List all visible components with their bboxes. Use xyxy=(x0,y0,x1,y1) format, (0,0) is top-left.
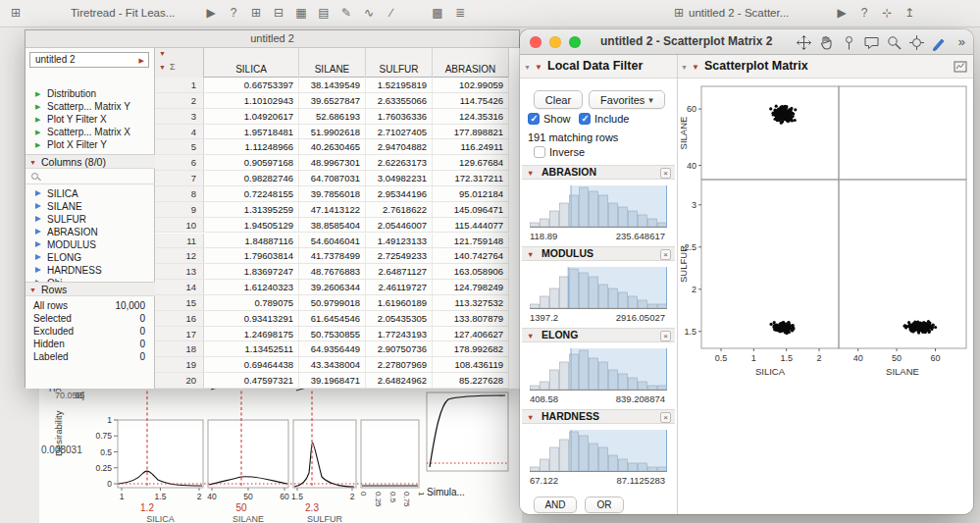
table-cell[interactable]: 1.94505129 xyxy=(204,218,299,233)
sidebar-script-item[interactable]: ▶Distribution xyxy=(26,87,155,100)
selection-region[interactable] xyxy=(571,185,667,227)
scatterplot-matrix-header[interactable]: ▼ ▼ Scatterplot Matrix xyxy=(677,55,973,78)
table-row[interactable]: 111.8488711654.60460411.49123133121.7591… xyxy=(155,234,509,249)
table-cell[interactable]: 1.84887116 xyxy=(204,234,299,248)
table-cell[interactable]: 1.61240323 xyxy=(204,280,299,294)
table-cell[interactable]: 1.04920617 xyxy=(204,109,299,124)
filter-card-header[interactable]: ▼ABRASION× xyxy=(522,165,675,180)
annotate-tool-icon[interactable] xyxy=(863,34,880,51)
table-row[interactable]: 31.0492061752.6861931.76036336124.35316 xyxy=(155,109,509,125)
table-cell[interactable]: 43.3438004 xyxy=(299,357,366,372)
row-number[interactable]: 20 xyxy=(155,373,204,388)
column-header[interactable]: ABRASION xyxy=(433,48,509,78)
table-cell[interactable]: 0.789075 xyxy=(204,295,299,310)
table-cell[interactable]: 2.64871127 xyxy=(366,264,433,279)
row-number[interactable]: 4 xyxy=(155,125,204,139)
table-cell[interactable]: 40.2630465 xyxy=(299,139,366,154)
histogram-bar[interactable] xyxy=(531,304,540,308)
histogram-bar[interactable] xyxy=(560,362,569,390)
columns-panel-header[interactable]: ▼ Columns (8/0) xyxy=(26,154,155,169)
table-cell[interactable]: 50.7530855 xyxy=(299,327,366,341)
brush-tool-icon[interactable] xyxy=(931,34,948,51)
table-cell[interactable]: 47.1413122 xyxy=(299,202,366,217)
row-number[interactable]: 10 xyxy=(155,218,204,233)
table-cell[interactable]: 102.99059 xyxy=(433,78,509,92)
selection-region[interactable] xyxy=(568,267,667,308)
collapse-icon[interactable]: ▼ xyxy=(681,64,688,71)
sidebar-column-item[interactable]: ELONG xyxy=(26,251,155,264)
sidebar-column-item[interactable]: SULFUR xyxy=(26,213,155,226)
table-cell[interactable]: 0.72248155 xyxy=(204,186,299,201)
table-cell[interactable]: 51.9902618 xyxy=(299,125,366,139)
histogram-bar[interactable] xyxy=(541,296,549,308)
help-icon[interactable]: ? xyxy=(854,0,874,26)
favorites-button[interactable]: Favorites xyxy=(589,90,665,109)
red-triangle-icon[interactable]: ▼ xyxy=(29,287,36,293)
filter-histogram[interactable] xyxy=(530,428,667,473)
table-cell[interactable]: 1.79603814 xyxy=(204,248,299,263)
table-cell[interactable]: 64.7087031 xyxy=(299,171,366,185)
sidebar-column-item[interactable]: SILANE xyxy=(26,200,155,213)
row-number[interactable]: 13 xyxy=(155,264,204,279)
table-cell[interactable]: 0.47597321 xyxy=(204,373,299,388)
table-cell[interactable]: 127.406627 xyxy=(433,327,509,341)
table-cell[interactable]: 1.95718481 xyxy=(204,125,299,139)
table-cell[interactable]: 39.2606344 xyxy=(299,280,366,294)
show-checkbox[interactable]: Show xyxy=(528,113,571,125)
row-number[interactable]: 16 xyxy=(155,311,204,326)
table-row[interactable]: 41.9571848151.99026182.71027405177.89882… xyxy=(155,125,509,140)
row-stat[interactable]: All rows10,000 xyxy=(26,299,155,312)
grabber-hand-tool-icon[interactable] xyxy=(818,34,835,51)
scatterplot-matrix[interactable]: 4060SILANE1.522.53SULFUR0.511.52SILICA40… xyxy=(677,78,973,514)
profiler-current-value[interactable]: 2.3 xyxy=(305,502,319,513)
close-filter-icon[interactable]: × xyxy=(660,168,671,179)
table-cell[interactable]: 2.71027405 xyxy=(366,125,433,139)
toolbar-overflow-chevron[interactable]: » xyxy=(958,29,965,54)
red-triangle-icon[interactable]: ▼ xyxy=(527,251,534,259)
table-cell[interactable]: 85.227628 xyxy=(433,373,509,388)
table-cell[interactable]: 3.04982231 xyxy=(366,171,433,185)
table-cell[interactable]: 0.66753397 xyxy=(204,78,299,92)
row-number[interactable]: 3 xyxy=(155,109,204,124)
table-window-titlebar[interactable]: untitled 2 xyxy=(26,30,519,48)
table-cell[interactable]: 0.90597168 xyxy=(204,155,299,170)
table-row[interactable]: 200.4759732139.19684712.6482496285.22762… xyxy=(155,373,509,389)
include-checkbox[interactable]: Include xyxy=(579,113,629,125)
close-filter-icon[interactable]: × xyxy=(660,412,671,423)
zoom-button[interactable] xyxy=(569,36,581,48)
filter-histogram[interactable] xyxy=(530,183,667,229)
table-cell[interactable]: 2.95344196 xyxy=(366,186,433,201)
filter-histogram[interactable] xyxy=(530,265,667,310)
table-cell[interactable]: 61.6454546 xyxy=(299,311,366,326)
scroll-tool-icon[interactable]: ∕ xyxy=(382,0,401,26)
top-icon[interactable]: ↥ xyxy=(900,0,919,26)
red-triangle-icon[interactable]: ▼ xyxy=(527,170,534,178)
sidebar-script-item[interactable]: ▶Scatterp... Matrix X xyxy=(26,126,155,138)
column-header[interactable]: SILICA xyxy=(204,48,299,78)
table-row[interactable]: 10.6675339738.14395491.52195819102.99059 xyxy=(155,78,509,93)
table-cell[interactable]: 1.24698175 xyxy=(204,327,299,341)
close-button[interactable] xyxy=(530,36,542,48)
window-grid-icon[interactable]: ⊞ xyxy=(669,0,689,26)
column-header[interactable]: SULFUR xyxy=(366,48,433,78)
table-cell[interactable]: 1.10102943 xyxy=(204,93,299,108)
row-number[interactable]: 11 xyxy=(155,234,204,248)
row-number[interactable]: 8 xyxy=(155,186,204,201)
run-script-icon[interactable]: ▶ xyxy=(832,0,851,26)
table-row[interactable]: 60.9059716848.99673012.62263173129.67684 xyxy=(155,155,509,171)
table-cell[interactable]: 108.436119 xyxy=(433,357,509,372)
table-cell[interactable]: 124.35316 xyxy=(433,109,509,124)
move-tool-icon[interactable] xyxy=(796,34,812,51)
new-data-table-icon[interactable]: ⊞ xyxy=(246,0,266,26)
move-icon[interactable]: ⊹ xyxy=(877,0,897,26)
table-cell[interactable]: 2.46119727 xyxy=(366,280,433,294)
table-cell[interactable]: 116.24911 xyxy=(433,139,509,154)
table-cell[interactable]: 1.76036336 xyxy=(366,109,433,124)
row-number[interactable]: 6 xyxy=(155,155,204,170)
table-row[interactable]: 21.1010294339.65278472.63355066114.75426 xyxy=(155,93,509,109)
selection-region[interactable] xyxy=(571,348,667,390)
table-cell[interactable]: 38.8585404 xyxy=(299,218,366,233)
table-cell[interactable]: 52.686193 xyxy=(299,109,366,124)
simulate-partial-label[interactable]: Simula... xyxy=(427,487,465,497)
histogram-bar[interactable] xyxy=(541,382,549,390)
